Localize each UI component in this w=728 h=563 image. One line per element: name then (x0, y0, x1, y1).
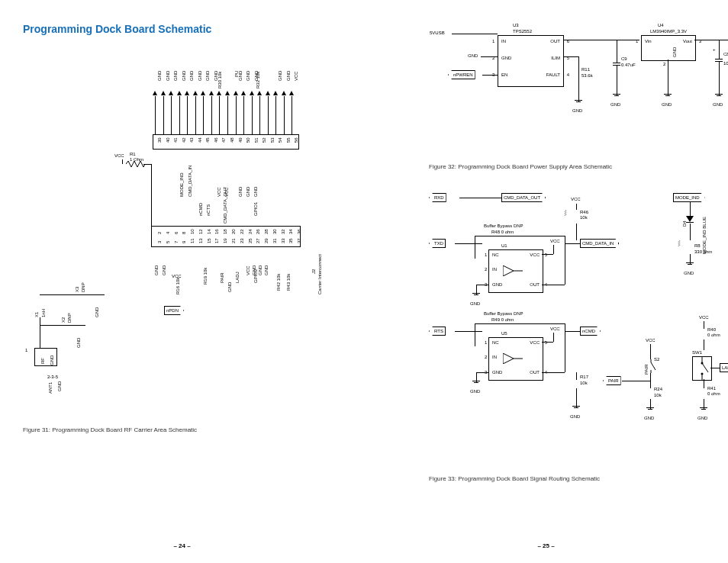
buf1-bypass: Buffer Bypass DNP (484, 224, 523, 228)
x2-val: DNP (67, 313, 72, 323)
r11-gnd: GND (572, 108, 582, 113)
svg-point-10 (701, 362, 704, 365)
svg-line-5 (651, 362, 656, 370)
rf-pin: RF (40, 358, 45, 364)
d4-led-icon (686, 216, 694, 222)
mid-vcc1: VCC (217, 187, 221, 197)
u4-box: Vin Vout GND 1 3 2 (641, 35, 696, 61)
r46-val: 10k (580, 215, 588, 220)
mode-ind-top: MODE_IND (179, 172, 184, 197)
power-supply-schematic: 5VUSB U3 TPS2552 IN OUT GND ILIM EN FAUL… (429, 23, 728, 160)
j2-top-pin: 40 (166, 137, 170, 143)
r41-ref: R41 (707, 386, 716, 391)
j2-pin-b: 31 (272, 238, 277, 243)
j2-top-pin: 49 (238, 137, 243, 143)
j2-pin-b: 37 (297, 238, 301, 243)
j2-pin-a: 34 (288, 229, 293, 234)
u5-box: 1 NC VCC 5 2 IN 3 GND OUT 4 (488, 337, 543, 381)
ncmd-label: nCMD (198, 203, 203, 216)
u3-gnd-label: GND (467, 53, 478, 58)
cmdin-flag: CMD_DATA_IN (580, 239, 619, 248)
x3-gnd: GND (95, 307, 99, 317)
br-gnd3: GND (264, 265, 269, 275)
x1-val: 1nH (41, 309, 46, 317)
j2-pin-a: 36 (297, 229, 301, 234)
u3-part: TPS2552 (513, 29, 532, 34)
pair-vcc: VCC (645, 338, 656, 343)
j2-desc: Carrier Interconnect (317, 254, 322, 294)
u5-vcc: VCC (549, 327, 561, 331)
sw1-vcc: VCC (698, 315, 710, 320)
j2-top-label: GND (189, 71, 194, 81)
ncmd-flag: nCMD (580, 327, 601, 336)
u4-gnd: GND (662, 102, 672, 107)
j2-gnd2: GND (162, 265, 166, 275)
ladj-flag: LADJ (720, 363, 728, 372)
u4-ref: U4 (658, 23, 664, 27)
npwren-flag: nPWREN (448, 70, 475, 79)
npdn-flag: nPDN (164, 306, 184, 315)
j2-pin-b: 35 (288, 238, 293, 243)
d4-name: MODE_IND BLUE (702, 217, 707, 254)
ant-label: ANT1 (48, 382, 53, 394)
c8-val: 100uF (723, 61, 728, 66)
r17-gnd: GND (570, 414, 580, 419)
page-title: Programming Dock Board Schematic (23, 23, 353, 35)
j2-top-label: GND (205, 71, 210, 81)
rf-carrier-schematic: // Rendered by populate script below via… (23, 47, 343, 413)
j2-top-label: GND (182, 71, 186, 81)
br-vcc: VCC (246, 265, 250, 275)
x3-ref: X3 (75, 287, 79, 292)
r24-gnd: GND (644, 416, 654, 420)
j2-pin-b: 33 (281, 238, 285, 243)
ant-pin1: 1 (25, 348, 27, 352)
r41-gnd: GND (697, 416, 707, 420)
r11-ref: R11 (581, 67, 590, 72)
j2-pin-a: 14 (207, 229, 211, 234)
j2-top-pin: 47 (221, 137, 226, 143)
j2-pin-b: 21 (231, 238, 236, 243)
mid-gnd2: GND (246, 187, 250, 197)
buf2-r: R49 0 ohm (491, 317, 514, 322)
u1-ref: U1 (501, 243, 507, 248)
j2-top-pin: 44 (198, 137, 202, 143)
ncts-label: nCTS (206, 204, 211, 216)
r16-vcc: VCC (172, 274, 182, 278)
j2-top-pin: 42 (182, 137, 186, 143)
j2-top-pin: 46 (214, 137, 218, 143)
r17-ref: R17 (580, 375, 588, 379)
j2-top-pin: 39 (157, 137, 162, 143)
j2-pin-b: 17 (214, 238, 219, 243)
j2-pin-b: 9 (182, 241, 186, 243)
j2-top-pin: 51 (254, 137, 259, 143)
gnd-mid-btm: GND (227, 282, 232, 292)
r43-label: R43 10k (286, 274, 291, 291)
net-5vusb: 5VUSB (429, 31, 446, 35)
r41-val: 0 ohm (707, 391, 720, 396)
r1-val: 1 Ohm (130, 157, 143, 162)
r1-ref: R1 (130, 152, 136, 156)
svg-marker-2 (503, 353, 514, 364)
cmdout-flag: CMD_DATA_OUT (501, 193, 546, 202)
rts-flag: RTS (429, 327, 446, 336)
r8-gnd: GND (684, 271, 694, 275)
j2-pin-b: 23 (240, 238, 244, 243)
j2-pin-b: 5 (166, 241, 170, 243)
c8-ref: C8 (723, 52, 728, 56)
br-gnd1: GND (252, 265, 256, 275)
j2-pin-a: 6 (174, 232, 179, 234)
gpio1-label: GPIO1 (253, 202, 258, 216)
j2-pin-a: 22 (240, 229, 244, 234)
r8-val: 330 ohm (694, 249, 712, 254)
pair-btm: PAIR (220, 272, 224, 283)
sw1-box (692, 356, 712, 381)
u5-ref: U5 (501, 331, 507, 336)
r42-label: R42 10k (276, 274, 281, 291)
j2-top-label: GND (166, 71, 170, 81)
c9-gnd: GND (610, 102, 620, 107)
j2-pin-a: 10 (190, 229, 195, 234)
x2-ref: X2 (61, 317, 66, 323)
c9-val: 0.47uF (621, 63, 636, 67)
mid-gnd3: GND (253, 187, 258, 197)
r8-ref: R8 (694, 243, 701, 248)
